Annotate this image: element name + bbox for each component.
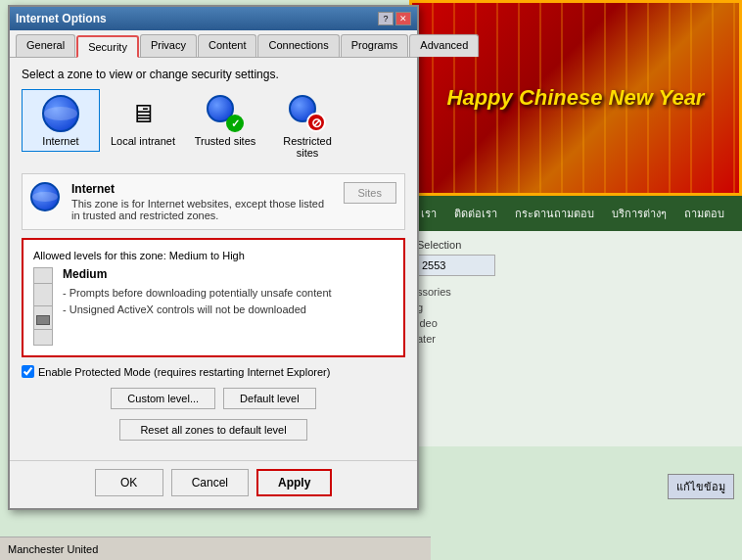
dialog-title: Internet Options [16, 12, 107, 25]
zone-info-icon [30, 182, 62, 213]
close-button[interactable]: ✕ [395, 12, 411, 25]
zone-local-intranet[interactable]: 🖥 Local intranet [104, 89, 182, 152]
zone-info-box: Internet This zone is for Internet websi… [22, 173, 405, 230]
dialog-body: Select a zone to view or change security… [10, 58, 417, 460]
sidebar-item-1: ssories [417, 284, 734, 300]
sidebar-items-list: ssories g ideo ater [417, 284, 734, 347]
cancel-button[interactable]: Cancel [171, 469, 249, 496]
slider-marks [34, 268, 52, 345]
security-info: Medium - Prompts before downloading pote… [63, 267, 394, 317]
browser-sidebar: Selection แก้ไขข้อมู ssories g ideo ater [409, 231, 742, 446]
tab-advanced[interactable]: Advanced [409, 34, 479, 57]
security-desc-2: - Unsigned ActiveX controls will not be … [63, 302, 394, 318]
protected-mode-checkbox[interactable] [22, 365, 34, 378]
banner-text: Happy Chinese New Year [447, 84, 705, 113]
custom-level-button[interactable]: Custom level... [111, 388, 215, 409]
local-intranet-label: Local intranet [111, 135, 175, 147]
menu-item-2[interactable]: ติดต่อเรา [446, 201, 505, 226]
default-level-button[interactable]: Default level [223, 388, 316, 409]
dialog-controls: ? ✕ [378, 12, 411, 25]
protected-mode-row: Enable Protected Mode (requires restarti… [22, 365, 405, 378]
tab-security[interactable]: Security [76, 35, 139, 58]
security-desc-1: - Prompts before downloading potentially… [63, 285, 394, 302]
security-level-box: Allowed levels for this zone: Medium to … [22, 238, 405, 357]
local-intranet-icon: 🖥 [123, 94, 162, 133]
internet-options-dialog: Internet Options ? ✕ General Security Pr… [8, 5, 419, 510]
fix-data-button[interactable]: แก้ไขข้อมู [668, 474, 734, 499]
ok-button[interactable]: OK [95, 469, 163, 496]
zones-row: Internet 🖥 Local intranet ✓ Trusted site… [22, 89, 405, 163]
internet-icon [41, 94, 80, 133]
tab-privacy[interactable]: Privacy [140, 34, 197, 57]
dialog-footer: OK Cancel Apply [10, 460, 417, 508]
footer-text: Manchester United [8, 543, 98, 555]
sidebar-item-3: ideo [417, 315, 734, 331]
menu-item-5[interactable]: ถามตอบ [676, 201, 732, 226]
dialog-titlebar: Internet Options ? ✕ [10, 7, 417, 30]
security-slider-row: Medium - Prompts before downloading pote… [33, 267, 394, 346]
zone-instruction: Select a zone to view or change security… [22, 68, 405, 81]
security-level-name: Medium [63, 267, 394, 281]
help-button[interactable]: ? [378, 12, 394, 25]
browser-menu-bar: เรา ติดต่อเรา กระดานถามตอบ บริการต่างๆ ถ… [409, 196, 742, 231]
tabs-bar: General Security Privacy Content Connect… [10, 30, 417, 58]
sidebar-input[interactable] [417, 255, 495, 276]
slider-thumb [36, 315, 50, 325]
tab-connections[interactable]: Connections [257, 34, 339, 57]
zone-info-title: Internet [71, 182, 334, 196]
sidebar-item-4: ater [417, 331, 734, 347]
protected-mode-label: Enable Protected Mode (requires restarti… [38, 366, 330, 378]
zone-info-description: This zone is for Internet websites, exce… [71, 198, 334, 221]
internet-label: Internet [42, 135, 78, 147]
tab-general[interactable]: General [16, 34, 75, 57]
restricted-sites-label: Restricted sites [273, 135, 342, 159]
zone-restricted-sites[interactable]: ⊘ Restricted sites [268, 89, 347, 163]
tab-programs[interactable]: Programs [341, 34, 409, 57]
restricted-sites-icon: ⊘ [288, 94, 327, 133]
footer-bar: Manchester United [0, 537, 431, 560]
reset-all-row: Reset all zones to default level [22, 419, 405, 441]
reset-all-button[interactable]: Reset all zones to default level [119, 419, 306, 441]
apply-button[interactable]: Apply [256, 469, 332, 496]
zone-trusted-sites[interactable]: ✓ Trusted sites [186, 89, 264, 152]
sidebar-item-2: g [417, 300, 734, 315]
zone-info-text: Internet This zone is for Internet websi… [71, 182, 334, 221]
zone-internet[interactable]: Internet [22, 89, 100, 152]
tab-content[interactable]: Content [198, 34, 257, 57]
security-slider[interactable] [33, 267, 53, 346]
banner-image: Happy Chinese New Year [409, 0, 742, 196]
trusted-sites-icon: ✓ [206, 94, 245, 133]
menu-item-3[interactable]: กระดานถามตอบ [507, 201, 602, 226]
level-buttons-row: Custom level... Default level [22, 388, 405, 409]
sites-button[interactable]: Sites [344, 182, 396, 204]
menu-item-4[interactable]: บริการต่างๆ [604, 201, 674, 226]
trusted-sites-label: Trusted sites [195, 135, 256, 147]
selection-label: Selection [417, 239, 734, 251]
security-level-label: Allowed levels for this zone: Medium to … [33, 250, 394, 261]
